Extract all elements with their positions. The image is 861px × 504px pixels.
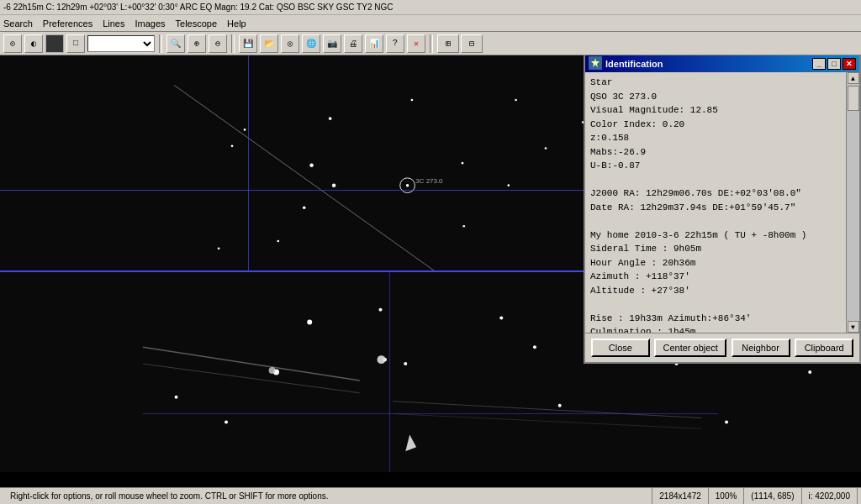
toolbar-sep-2 [231,34,235,53]
dialog-line-azimuth: Azimuth : +118°37' [590,270,841,284]
dialog-line-rise: Rise : 19h33m Azimuth:+86°34' [590,312,841,326]
neighbor-button[interactable]: Neighbor [732,339,790,357]
center-object-button[interactable]: Center object [654,339,726,357]
dialog-content-area: Star QSO 3C 273.0 Visual Magnitude: 12.8… [585,72,859,333]
dialog-spacer-3 [590,297,841,312]
svg-point-15 [218,247,220,249]
svg-text:3C 273.0: 3C 273.0 [415,177,443,185]
toolbar-btn-r1[interactable]: ⊞ [437,34,459,53]
dialog-line-qso: QSO 3C 273.0 [590,90,841,104]
dialog-icon [589,56,602,72]
dialog-line-z: z:0.158 [590,131,841,145]
svg-point-7 [462,162,464,165]
dialog-minimize-button[interactable]: _ [812,58,826,70]
svg-point-32 [808,370,811,374]
svg-point-14 [277,240,279,243]
toolbar-btn-help[interactable]: ? [386,34,404,53]
svg-point-3 [515,99,517,102]
svg-point-37 [224,421,228,424]
toolbar-sep-3 [430,34,433,53]
svg-point-2 [329,117,332,120]
dialog-close-button[interactable]: ✕ [843,58,856,70]
dialog-titlebar: Identification _ □ ✕ [585,55,859,72]
dialog-maximize-button[interactable]: □ [827,58,841,70]
toolbar: ⊙ ◐ □ 🔍 ⊕ ⊖ 💾 📂 ◎ 🌐 📷 🖨 📊 ? ✕ ⊞ ⊟ [0,32,861,55]
dialog-scrollbar[interactable]: ▲ ▼ [846,72,859,333]
svg-line-0 [174,85,434,270]
svg-line-41 [143,364,360,393]
dialog-line-mabs: Mabs:-26.9 [590,145,841,160]
menu-telescope[interactable]: Telescope [176,18,218,29]
close-button[interactable]: Close [591,339,650,357]
clipboard-button[interactable]: Clipboard [795,339,853,357]
svg-line-40 [143,347,360,381]
toolbar-btn-9[interactable]: 📊 [365,34,383,53]
svg-point-39 [533,345,536,349]
toolbar-btn-close-red[interactable]: ✕ [407,34,425,53]
main-content: 3C 273.0 0'19" 12h29m06.70s +02°03'08.0"… [0,55,861,487]
toolbar-btn-5[interactable]: ◎ [281,34,299,53]
toolbar-btn-save[interactable]: 💾 [239,34,257,53]
svg-point-5 [303,206,306,209]
dialog-line-sideral: Sideral Time : 9h05m [590,242,841,256]
svg-point-36 [175,396,178,399]
dialog-spacer-1 [590,173,841,187]
dialog-text-content: Star QSO 3C 273.0 Visual Magnitude: 12.8… [585,72,846,333]
dialog-line-date: Date RA: 12h29m37.94s DE:+01°59'45.7" [590,201,841,215]
menu-help[interactable]: Help [227,18,246,29]
toolbar-btn-zoom-in[interactable]: ⊕ [188,34,206,53]
toolbar-btn-8[interactable]: 🖨 [344,34,362,53]
toolbar-btn-search[interactable]: 🔍 [166,34,185,53]
toolbar-btn-zoom-out[interactable]: ⊖ [209,34,227,53]
svg-point-13 [411,99,414,102]
status-dimensions: 2184x1472 [652,488,709,504]
svg-point-44 [378,355,386,364]
svg-point-4 [309,164,313,167]
menu-images[interactable]: Images [135,18,165,29]
menu-preferences[interactable]: Preferences [43,18,92,29]
menu-search[interactable]: Search [3,18,33,29]
status-hint: Right-click for options, or roll mouse w… [3,488,652,504]
dialog-title-buttons: _ □ ✕ [812,58,856,70]
status-value: i: 4202,000 [802,488,858,504]
dialog-buttons-row: Close Center object Neighbor Clipboard [585,333,859,362]
svg-point-20 [406,184,409,187]
scroll-up-button[interactable]: ▲ [848,72,859,84]
dialog-title: Identification [605,59,663,69]
svg-point-22 [307,320,312,325]
toolbar-btn-6[interactable]: 🌐 [302,34,320,53]
svg-point-26 [404,362,407,365]
svg-point-1 [244,129,246,131]
svg-point-29 [558,404,562,407]
svg-point-8 [507,184,510,186]
dialog-line-hour: Hour Angle : 20h36m [590,256,841,270]
title-bar: -6 22h15m C: 12h29m +02°03' L:+00°32' 0:… [0,0,861,15]
toolbar-btn-7[interactable]: 📷 [323,34,341,53]
toolbar-btn-r2[interactable]: ⊟ [461,34,483,53]
dialog-line-star: Star [590,76,841,90]
dialog-line-ub: U-B:-0.87 [590,159,841,173]
identification-dialog: Identification _ □ ✕ Star QSO 3C 273.0 V… [584,55,861,364]
status-coords: (1114, 685) [744,488,801,504]
toolbar-btn-2[interactable]: ◐ [24,34,43,53]
dialog-line-mag: Visual Magnitude: 12.85 [590,103,841,118]
svg-line-43 [393,414,701,429]
toolbar-btn-1[interactable]: ⊙ [3,34,22,53]
svg-line-42 [393,402,701,418]
title-text: -6 22h15m C: 12h29m +02°03' L:+00°32' 0:… [3,3,393,12]
toolbar-btn-4[interactable]: □ [66,34,85,53]
svg-point-6 [231,145,234,148]
dialog-spacer-2 [590,214,841,228]
scroll-thumb[interactable] [848,86,859,111]
dialog-line-color: Color Index: 0.20 [590,118,841,132]
toolbar-btn-open[interactable]: 📂 [260,34,278,53]
bottom-status-bar: Right-click for options, or roll mouse w… [0,487,861,504]
toolbar-btn-black[interactable] [45,34,64,53]
menu-lines[interactable]: Lines [103,18,124,29]
svg-point-30 [725,421,728,424]
scroll-down-button[interactable]: ▼ [848,321,859,333]
dialog-line-altitude: Altitude : +27°38' [590,284,841,298]
toolbar-dropdown[interactable] [87,35,155,52]
toolbar-sep-1 [159,34,162,53]
scroll-track [847,84,859,321]
